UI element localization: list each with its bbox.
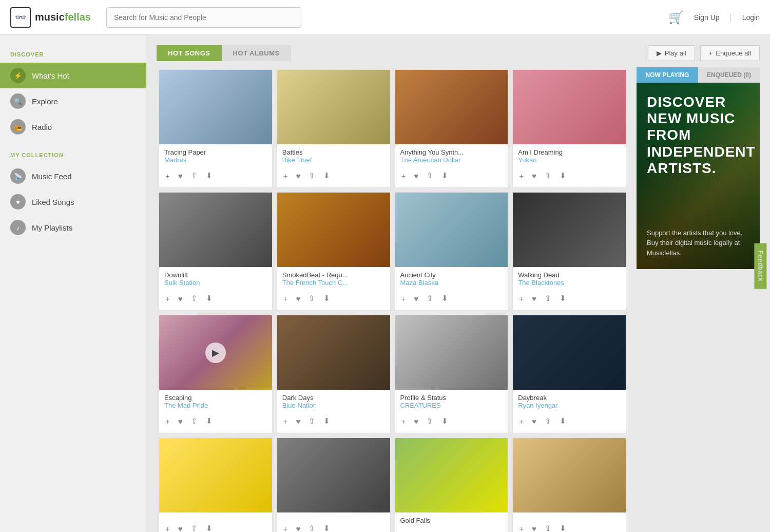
album-art[interactable] (159, 70, 272, 144)
album-art[interactable] (277, 193, 390, 267)
download-button[interactable]: ⬇ (205, 293, 214, 304)
add-button[interactable]: + (400, 416, 407, 427)
sidebar-item-whats-hot[interactable]: ⚡ What's Hot (0, 63, 146, 88)
share-button[interactable]: ⇧ (544, 415, 552, 427)
share-button[interactable]: ⇧ (544, 293, 552, 304)
share-button[interactable]: ⇧ (190, 415, 199, 427)
download-button[interactable]: ⬇ (559, 293, 567, 304)
add-button[interactable]: + (518, 416, 525, 427)
play-overlay[interactable]: ▶ (205, 343, 226, 363)
album-art[interactable] (513, 315, 626, 390)
download-button[interactable]: ⬇ (440, 293, 449, 304)
share-button[interactable]: ⇧ (426, 415, 434, 427)
play-all-button[interactable]: ▶ Play all (648, 45, 695, 61)
download-button[interactable]: ⬇ (205, 523, 214, 532)
signup-button[interactable]: Sign Up (694, 13, 720, 22)
tab-hot-songs[interactable]: HOT SONGS (157, 45, 222, 61)
album-art[interactable] (277, 438, 390, 512)
song-artist[interactable]: Blue Nation (282, 402, 385, 409)
like-button[interactable]: ♥ (177, 416, 184, 427)
add-button[interactable]: + (164, 293, 171, 304)
add-button[interactable]: + (164, 170, 171, 181)
download-button[interactable]: ⬇ (205, 170, 214, 181)
song-artist[interactable]: The Mad Pride (164, 402, 267, 409)
download-button[interactable]: ⬇ (322, 523, 331, 532)
like-button[interactable]: ♥ (531, 523, 537, 533)
logo[interactable]: 👓 musicfellas (10, 7, 91, 28)
album-art[interactable] (395, 193, 508, 267)
add-button[interactable]: + (282, 293, 289, 304)
like-button[interactable]: ♥ (177, 170, 184, 181)
tab-now-playing[interactable]: NOW PLAYING (637, 67, 698, 83)
album-art[interactable] (513, 438, 626, 512)
sidebar-item-liked-songs[interactable]: ♥ Liked Songs (0, 189, 146, 215)
share-button[interactable]: ⇧ (307, 170, 316, 181)
song-artist[interactable]: CREATURES (400, 402, 503, 409)
add-button[interactable]: + (518, 523, 525, 533)
song-artist[interactable]: Sulk Station (164, 279, 267, 287)
share-button[interactable]: ⇧ (190, 523, 199, 532)
add-button[interactable]: + (282, 523, 289, 533)
tab-enqueued[interactable]: ENQUEUED (0) (698, 67, 760, 83)
download-button[interactable]: ⬇ (205, 415, 214, 427)
like-button[interactable]: ♥ (177, 293, 184, 304)
album-art[interactable] (159, 193, 272, 267)
sidebar-item-explore[interactable]: 🔍 Explore (0, 88, 146, 114)
like-button[interactable]: ♥ (177, 523, 184, 533)
add-button[interactable]: + (400, 293, 407, 304)
like-button[interactable]: ♥ (531, 170, 537, 181)
add-button[interactable]: + (282, 170, 289, 181)
add-button[interactable]: + (400, 170, 407, 181)
like-button[interactable]: ♥ (295, 416, 302, 427)
like-button[interactable]: ♥ (531, 416, 537, 427)
sidebar-item-radio[interactable]: 📻 Radio (0, 114, 146, 140)
share-button[interactable]: ⇧ (544, 170, 552, 181)
song-artist[interactable]: Ryan Iyengar (518, 402, 621, 409)
add-button[interactable]: + (164, 523, 171, 533)
song-artist[interactable]: Yukari (518, 156, 621, 164)
cart-icon[interactable]: 🛒 (668, 10, 684, 25)
song-artist[interactable]: The Blacktones (518, 279, 621, 287)
add-button[interactable]: + (518, 293, 525, 304)
download-button[interactable]: ⬇ (559, 415, 567, 427)
album-art[interactable] (159, 438, 272, 512)
like-button[interactable]: ♥ (295, 170, 302, 181)
song-artist[interactable]: Bike Thief (282, 156, 385, 164)
like-button[interactable]: ♥ (413, 416, 419, 427)
add-button[interactable]: + (282, 416, 289, 427)
share-button[interactable]: ⇧ (544, 523, 552, 532)
album-art[interactable] (277, 70, 390, 144)
enqueue-all-button[interactable]: + Enqueue all (700, 45, 760, 61)
like-button[interactable]: ♥ (413, 293, 419, 304)
share-button[interactable]: ⇧ (307, 415, 316, 427)
add-button[interactable]: + (518, 170, 525, 181)
share-button[interactable]: ⇧ (190, 293, 199, 304)
album-art[interactable] (395, 438, 508, 512)
share-button[interactable]: ⇧ (190, 170, 199, 181)
album-art[interactable] (513, 70, 626, 144)
download-button[interactable]: ⬇ (322, 415, 331, 427)
tab-hot-albums[interactable]: HOT ALBUMS (222, 45, 291, 61)
album-art[interactable] (395, 70, 508, 144)
download-button[interactable]: ⬇ (559, 170, 567, 181)
download-button[interactable]: ⬇ (440, 415, 449, 427)
search-input[interactable] (106, 7, 301, 28)
add-button[interactable]: + (164, 416, 171, 427)
album-art[interactable] (513, 193, 626, 267)
login-button[interactable]: Login (742, 13, 760, 22)
download-button[interactable]: ⬇ (559, 523, 567, 532)
share-button[interactable]: ⇧ (426, 170, 434, 181)
download-button[interactable]: ⬇ (322, 293, 331, 304)
album-art[interactable] (277, 315, 390, 390)
download-button[interactable]: ⬇ (440, 170, 449, 181)
song-artist[interactable]: The American Dollar (400, 156, 503, 164)
like-button[interactable]: ♥ (531, 293, 537, 304)
share-button[interactable]: ⇧ (307, 523, 316, 532)
song-artist[interactable]: The French Touch C... (282, 279, 385, 287)
album-art[interactable] (395, 315, 508, 390)
share-button[interactable]: ⇧ (307, 293, 316, 304)
like-button[interactable]: ♥ (295, 523, 302, 533)
download-button[interactable]: ⬇ (322, 170, 331, 181)
like-button[interactable]: ♥ (413, 170, 419, 181)
share-button[interactable]: ⇧ (426, 293, 434, 304)
